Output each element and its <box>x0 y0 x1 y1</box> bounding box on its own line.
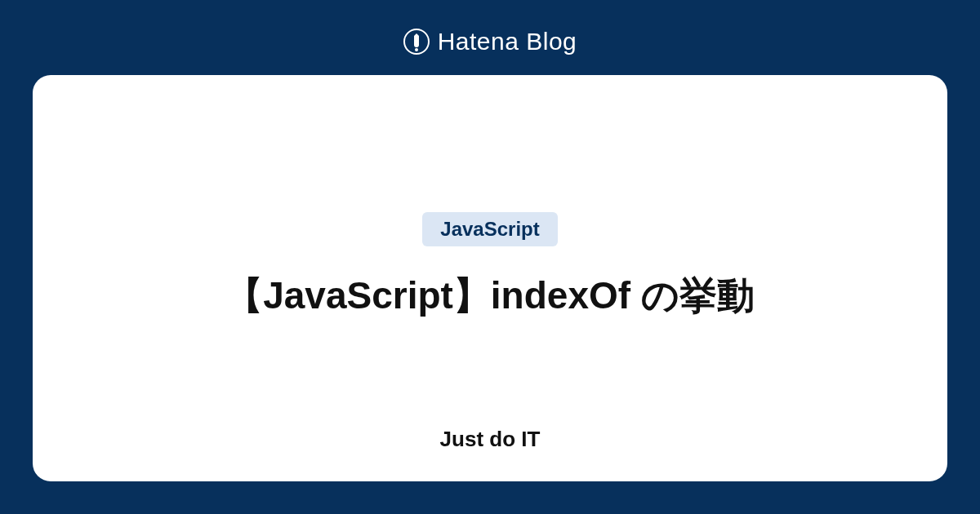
hatena-logo-icon <box>403 29 430 55</box>
article-title: 【JavaScript】indexOf の挙動 <box>225 269 755 321</box>
brand-name: Hatena Blog <box>438 28 577 55</box>
blog-name: Just do IT <box>440 427 541 452</box>
article-card: JavaScript 【JavaScript】indexOf の挙動 Just … <box>33 75 947 481</box>
category-tag: JavaScript <box>422 212 557 246</box>
brand-header: Hatena Blog <box>403 16 577 75</box>
card-content: JavaScript 【JavaScript】indexOf の挙動 <box>225 108 755 427</box>
svg-point-1 <box>415 48 418 51</box>
